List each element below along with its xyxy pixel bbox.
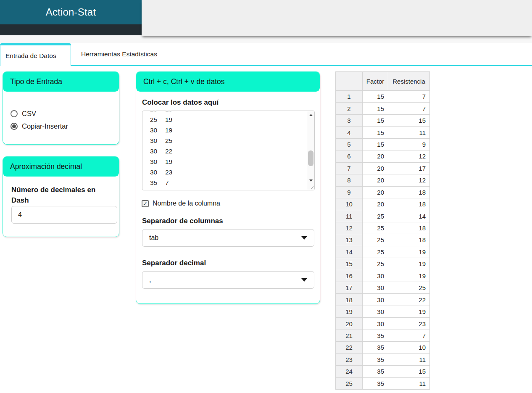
row-index-cell: 14	[336, 246, 363, 258]
table-row: 2157	[336, 103, 430, 114]
data-table: Factor Resistencia 115721573151541511515…	[335, 71, 430, 390]
factor-cell[interactable]: 25	[363, 258, 388, 270]
row-index-cell: 6	[336, 150, 363, 162]
chevron-down-icon	[301, 236, 307, 240]
factor-cell[interactable]: 30	[363, 306, 388, 317]
scrollbar-thumb[interactable]	[308, 150, 313, 166]
tab-herramientas-estadisticas[interactable]: Herramientas Estadísticas	[71, 43, 170, 65]
factor-cell[interactable]: 15	[363, 114, 388, 126]
resistencia-cell[interactable]: 19	[388, 246, 430, 258]
factor-cell[interactable]: 35	[363, 353, 388, 365]
table-row: 112514	[336, 210, 430, 222]
table-row: 31515	[336, 114, 430, 126]
radio-label: Copiar-Insertar	[22, 122, 68, 130]
decimals-input[interactable]	[11, 206, 117, 224]
factor-cell[interactable]: 35	[363, 330, 388, 341]
factor-cell[interactable]: 30	[363, 318, 388, 330]
resistencia-cell[interactable]: 10	[388, 342, 430, 353]
factor-cell[interactable]: 20	[363, 186, 388, 198]
textarea-scrollbar[interactable]	[307, 111, 314, 190]
resistencia-cell[interactable]: 12	[388, 150, 430, 162]
resistencia-cell[interactable]: 18	[388, 234, 430, 246]
resistencia-cell[interactable]: 11	[388, 353, 430, 365]
factor-cell[interactable]: 35	[363, 377, 388, 389]
decimal-separator-dropdown[interactable]: ,	[142, 271, 314, 289]
tab-entrada-de-datos[interactable]: Entrada de Datos	[0, 43, 71, 66]
radio-option-csv[interactable]: CSV	[11, 109, 36, 118]
table-row: 142519	[336, 246, 430, 258]
factor-cell[interactable]: 25	[363, 210, 388, 222]
factor-cell[interactable]: 35	[363, 366, 388, 377]
radio-icon	[11, 110, 18, 117]
resistencia-cell[interactable]: 14	[388, 210, 430, 222]
resistencia-cell[interactable]: 25	[388, 282, 430, 294]
resistencia-cell[interactable]: 17	[388, 162, 430, 174]
resistencia-cell[interactable]: 18	[388, 198, 430, 210]
resistencia-cell[interactable]: 19	[388, 306, 430, 317]
radio-option-copiar-insertar[interactable]: Copiar-Insertar	[11, 121, 68, 131]
scroll-down-icon[interactable]	[307, 177, 314, 184]
resistencia-cell[interactable]: 18	[388, 186, 430, 198]
factor-cell[interactable]: 35	[363, 342, 388, 353]
textarea-line: 2519	[150, 114, 172, 125]
table-row: 203023	[336, 318, 430, 330]
row-index-cell: 22	[336, 342, 363, 353]
decimal-approx-card-title: Aproximación decimal	[10, 162, 82, 171]
factor-cell[interactable]: 25	[363, 222, 388, 234]
resistencia-cell[interactable]: 11	[388, 377, 430, 389]
table-row: 72017	[336, 162, 430, 174]
factor-cell[interactable]: 30	[363, 270, 388, 282]
input-type-card-header: Tipo de Entrada	[3, 72, 119, 92]
decimals-field-label: Número de decimales en Dash	[11, 185, 112, 206]
factor-cell[interactable]: 20	[363, 162, 388, 174]
chevron-down-icon	[301, 278, 307, 282]
resistencia-cell[interactable]: 18	[388, 222, 430, 234]
radio-label: CSV	[22, 110, 36, 118]
factor-cell[interactable]: 20	[363, 150, 388, 162]
row-index-cell: 13	[336, 234, 363, 246]
factor-cell[interactable]: 25	[363, 246, 388, 258]
factor-cell[interactable]: 25	[363, 234, 388, 246]
resistencia-cell[interactable]: 7	[388, 91, 430, 103]
row-index-cell: 19	[336, 306, 363, 317]
table-row: 102018	[336, 198, 430, 210]
resistencia-cell[interactable]: 11	[388, 127, 430, 138]
table-row: 122518	[336, 222, 430, 234]
resistencia-cell[interactable]: 7	[388, 103, 430, 114]
resistencia-cell[interactable]: 7	[388, 330, 430, 341]
resistencia-cell[interactable]: 15	[388, 114, 430, 126]
column-separator-dropdown[interactable]: tab	[142, 229, 314, 247]
resistencia-cell[interactable]: 23	[388, 318, 430, 330]
resistencia-cell[interactable]: 12	[388, 174, 430, 186]
factor-cell[interactable]: 20	[363, 198, 388, 210]
resistencia-cell[interactable]: 9	[388, 138, 430, 150]
table-row: 1157	[336, 91, 430, 103]
factor-cell[interactable]: 20	[363, 174, 388, 186]
factor-cell[interactable]: 30	[363, 294, 388, 306]
row-index-cell: 20	[336, 318, 363, 330]
textarea-line: 357	[150, 177, 172, 188]
table-row: 21357	[336, 330, 430, 341]
checkbox-label: Nombre de la columna	[153, 200, 220, 207]
resistencia-cell[interactable]: 15	[388, 366, 430, 377]
paste-data-textarea[interactable]: 2519251930193025302230193023357	[142, 111, 315, 190]
scroll-up-icon[interactable]	[307, 111, 314, 119]
resistencia-cell[interactable]: 19	[388, 270, 430, 282]
factor-cell[interactable]: 15	[363, 127, 388, 138]
resistencia-cell[interactable]: 22	[388, 294, 430, 306]
table-row: 163019	[336, 270, 430, 282]
page: Action-Stat Entrada de Datos Herramienta…	[0, 0, 532, 393]
column-name-checkbox-row[interactable]: ✓ Nombre de la columna	[142, 199, 220, 208]
factor-cell[interactable]: 30	[363, 282, 388, 294]
factor-cell[interactable]: 15	[363, 103, 388, 114]
table-row: 5159	[336, 138, 430, 150]
row-index-cell: 25	[336, 377, 363, 389]
checkbox-icon[interactable]: ✓	[142, 200, 149, 207]
resistencia-cell[interactable]: 19	[388, 258, 430, 270]
dropdown-value: tab	[149, 234, 301, 242]
factor-cell[interactable]: 15	[363, 91, 388, 103]
row-index-cell: 3	[336, 114, 363, 126]
row-index-cell: 24	[336, 366, 363, 377]
factor-cell[interactable]: 15	[363, 138, 388, 150]
textarea-line: 3019	[150, 125, 172, 135]
